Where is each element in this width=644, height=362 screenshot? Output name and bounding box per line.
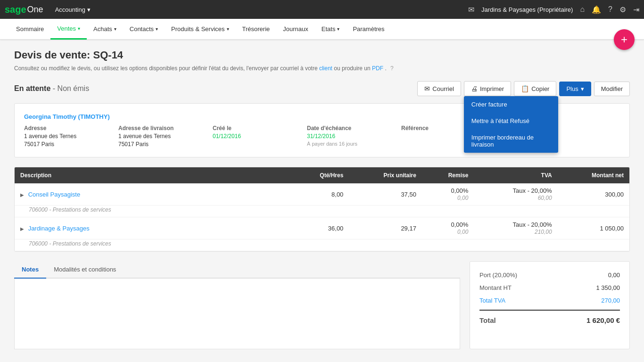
nav-etats-arrow: ▾ xyxy=(337,26,339,32)
item-sub-1: 706000 - Prestations de services xyxy=(15,206,629,217)
table-row-sub: 706000 - Prestations de services xyxy=(15,239,629,251)
page-content: Devis de vente: SQ-14 Consultez ou modif… xyxy=(0,40,644,359)
sage-logo: sage xyxy=(5,4,26,15)
item-name-2[interactable]: Jardinage & Paysages xyxy=(28,225,90,232)
col-remise: Remise xyxy=(422,167,474,183)
nav-achats-label: Achats xyxy=(93,25,112,33)
subtitle-help-icon: ? xyxy=(390,65,394,72)
summary-row-port: Port (20,00%) 0,00 xyxy=(479,269,620,281)
summary-row-ht: Montant HT 1 350,00 xyxy=(479,281,620,294)
sage-one-label: One xyxy=(27,5,43,15)
nav-produits-label: Produits & Services xyxy=(171,25,224,33)
print-button[interactable]: 🖨 Imprimer xyxy=(464,81,511,96)
due-date: 31/12/2016 xyxy=(307,133,382,140)
item-remise-2: 0,00%0,00 xyxy=(422,217,474,239)
dropdown-create-invoice[interactable]: Créer facture xyxy=(464,96,558,113)
nav-produits-arrow: ▾ xyxy=(227,26,229,32)
summary-port-label: Port (20,00%) xyxy=(479,272,517,279)
print-btn-label: Imprimer xyxy=(480,85,504,92)
summary-port-value: 0,00 xyxy=(608,272,620,279)
col-total: Montant net xyxy=(558,167,629,183)
address-label: Adresse xyxy=(24,125,99,132)
tabs-header: Notes Modalités et conditions xyxy=(14,261,460,279)
summary-tva-value: 270,00 xyxy=(601,297,620,304)
item-name-1[interactable]: Conseil Paysagiste xyxy=(28,191,81,198)
help-icon[interactable]: ? xyxy=(608,5,612,14)
item-price-1: 37,50 xyxy=(349,183,422,206)
summary-total-value: 1 620,00 € xyxy=(586,316,620,324)
tab-notes[interactable]: Notes xyxy=(14,261,46,279)
accounting-arrow: ▾ xyxy=(87,6,91,13)
item-description-2: ▶ Jardinage & Paysages xyxy=(15,217,291,239)
table-row: ▶ Conseil Paysagiste 8,00 37,50 0,00%0,0… xyxy=(15,183,629,206)
logout-icon[interactable]: ⇥ xyxy=(633,5,639,14)
expand-arrow-1[interactable]: ▶ xyxy=(20,192,24,197)
more-button[interactable]: Plus ▾ xyxy=(559,82,591,96)
accounting-menu[interactable]: Accounting ▾ xyxy=(55,6,91,13)
company-name[interactable]: Jardins & Paysages (Propriétaire) xyxy=(481,6,573,13)
col-qty: Qté/Hres xyxy=(291,167,349,183)
address-col: Adresse 1 avenue des Ternes 75017 Paris xyxy=(24,125,99,148)
nav-parametres[interactable]: Paramètres xyxy=(346,19,391,40)
tab-modalites[interactable]: Modalités et conditions xyxy=(46,261,124,279)
summary-panel: Port (20,00%) 0,00 Montant HT 1 350,00 T… xyxy=(470,261,630,349)
nav-contacts[interactable]: Contacts ▾ xyxy=(123,19,165,40)
subtitle-client-link[interactable]: client xyxy=(319,65,332,72)
summary-divider xyxy=(479,310,620,311)
more-btn-arrow: ▾ xyxy=(581,85,584,92)
nav-ventes[interactable]: Ventes ▾ xyxy=(50,19,87,40)
fab-button[interactable]: + xyxy=(614,29,635,50)
nav-contacts-label: Contacts xyxy=(130,25,154,33)
tabs-panel: Notes Modalités et conditions xyxy=(14,261,460,349)
nav-achats[interactable]: Achats ▾ xyxy=(87,19,123,40)
item-remise-1: 0,00%0,00 xyxy=(422,183,474,206)
subtitle-pdf-link[interactable]: PDF xyxy=(372,65,383,72)
nav-sommaire-label: Sommaire xyxy=(16,25,44,33)
dropdown-set-refused[interactable]: Mettre à l'état Refusé xyxy=(464,113,558,129)
summary-row-tva: Total TVA 270,00 xyxy=(479,294,620,307)
item-price-2: 29,17 xyxy=(349,217,422,239)
item-tva-1: Taux - 20,00%60,00 xyxy=(474,183,557,206)
nav-produits[interactable]: Produits & Services ▾ xyxy=(165,19,235,40)
nav-etats[interactable]: Etats ▾ xyxy=(315,19,347,40)
item-description-1: ▶ Conseil Paysagiste xyxy=(15,183,291,206)
nav-sommaire[interactable]: Sommaire xyxy=(9,19,50,40)
status-sub: - Non émis xyxy=(53,84,89,92)
due-note: À payer dans 16 jours xyxy=(307,141,382,147)
subtitle-before: Consultez ou modifiez le devis, ou utili… xyxy=(14,65,318,72)
nav-ventes-arrow: ▾ xyxy=(78,26,80,31)
expand-arrow-2[interactable]: ▶ xyxy=(20,226,24,231)
summary-total-label: Total xyxy=(479,316,496,324)
created-date: 01/12/2016 xyxy=(213,133,288,140)
item-total-1: 300,00 xyxy=(558,183,629,206)
summary-tva-label: Total TVA xyxy=(479,297,505,304)
settings-icon[interactable]: ⚙ xyxy=(619,5,626,14)
delivery-line2: 75017 Paris xyxy=(118,141,194,148)
more-btn-label: Plus xyxy=(566,85,578,92)
address-line2: 75017 Paris xyxy=(24,141,99,148)
action-buttons: ✉ Courriel 🖨 Imprimer 📋 Copier Plus ▾ Cr… xyxy=(417,81,630,96)
nav-parametres-label: Paramètres xyxy=(353,25,384,33)
nav-tresorerie[interactable]: Trésorerie xyxy=(236,19,277,40)
page-title: Devis de vente: SQ-14 xyxy=(14,49,630,61)
email-btn-label: Courriel xyxy=(432,85,454,92)
page-subtitle: Consultez ou modifiez le devis, ou utili… xyxy=(14,65,630,72)
status-label: En attente xyxy=(14,84,50,92)
dropdown-print-slip[interactable]: Imprimer bordereau de livraison xyxy=(464,129,558,153)
nav-journaux[interactable]: Journaux xyxy=(276,19,314,40)
bell-icon[interactable]: 🔔 xyxy=(592,5,601,14)
copy-btn-label: Copier xyxy=(531,85,549,92)
status-text: En attente - Non émis xyxy=(14,84,89,93)
item-total-2: 1 050,00 xyxy=(558,217,629,239)
email-button[interactable]: ✉ Courriel xyxy=(417,81,461,96)
email-icon[interactable]: ✉ xyxy=(468,5,474,14)
more-dropdown-container: Plus ▾ Créer facture Mettre à l'état Ref… xyxy=(559,82,591,96)
home-icon[interactable]: ⌂ xyxy=(580,5,585,14)
bottom-section: Notes Modalités et conditions Port (20,0… xyxy=(14,261,630,349)
edit-btn-label: Modifier xyxy=(601,85,623,92)
edit-button[interactable]: Modifier xyxy=(594,82,630,96)
items-table: Description Qté/Hres Prix unitaire Remis… xyxy=(14,167,630,252)
summary-row-total: Total 1 620,00 € xyxy=(479,313,620,327)
copy-button[interactable]: 📋 Copier xyxy=(514,81,556,96)
subtitle-after: . xyxy=(385,65,386,72)
